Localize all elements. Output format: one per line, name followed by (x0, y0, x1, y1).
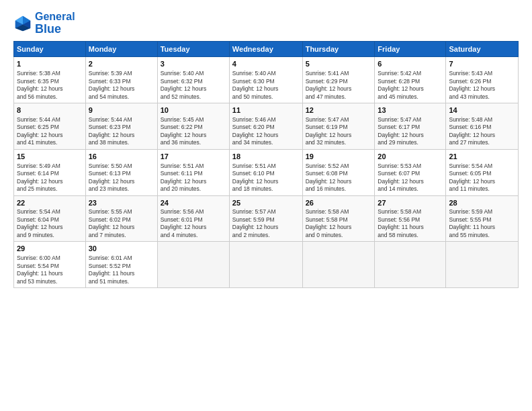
day-number: 18 (232, 152, 300, 162)
logo: GeneralBlue (13, 11, 75, 36)
day-number: 3 (161, 59, 226, 69)
day-detail: Sunrise: 5:38 AM Sunset: 6:35 PM Dayligh… (17, 70, 83, 101)
calendar-cell: 21Sunrise: 5:54 AM Sunset: 6:05 PM Dayli… (446, 149, 519, 195)
calendar-cell: 30Sunrise: 6:01 AM Sunset: 5:52 PM Dayli… (85, 242, 157, 288)
week-row-5: 29Sunrise: 6:00 AM Sunset: 5:54 PM Dayli… (14, 242, 519, 288)
calendar-cell: 11Sunrise: 5:46 AM Sunset: 6:20 PM Dayli… (229, 103, 302, 150)
day-number: 27 (378, 198, 443, 208)
day-number: 25 (232, 198, 300, 208)
day-number: 1 (17, 59, 83, 69)
calendar-table: SundayMondayTuesdayWednesdayThursdayFrid… (13, 41, 519, 288)
day-number: 13 (378, 105, 443, 116)
calendar-cell: 9Sunrise: 5:44 AM Sunset: 6:23 PM Daylig… (85, 103, 157, 150)
weekday-header-wednesday: Wednesday (229, 42, 302, 57)
day-detail: Sunrise: 5:58 AM Sunset: 5:56 PM Dayligh… (378, 208, 443, 239)
week-row-3: 15Sunrise: 5:49 AM Sunset: 6:14 PM Dayli… (14, 149, 519, 195)
day-detail: Sunrise: 5:40 AM Sunset: 6:32 PM Dayligh… (161, 70, 226, 101)
calendar-cell: 24Sunrise: 5:56 AM Sunset: 6:01 PM Dayli… (157, 195, 229, 242)
calendar-cell (302, 242, 375, 288)
day-detail: Sunrise: 5:47 AM Sunset: 6:17 PM Dayligh… (378, 116, 443, 147)
weekday-header-thursday: Thursday (302, 42, 375, 57)
day-number: 15 (17, 152, 83, 162)
week-row-4: 22Sunrise: 5:54 AM Sunset: 6:04 PM Dayli… (14, 195, 519, 242)
day-number: 20 (378, 152, 443, 162)
day-number: 26 (306, 198, 372, 208)
day-detail: Sunrise: 5:51 AM Sunset: 6:10 PM Dayligh… (232, 163, 300, 193)
day-detail: Sunrise: 5:54 AM Sunset: 6:05 PM Dayligh… (449, 163, 515, 193)
day-number: 12 (306, 105, 372, 116)
calendar-cell: 18Sunrise: 5:51 AM Sunset: 6:10 PM Dayli… (229, 149, 302, 195)
day-number: 29 (17, 244, 83, 254)
week-row-2: 8Sunrise: 5:44 AM Sunset: 6:25 PM Daylig… (14, 103, 519, 150)
calendar-cell: 22Sunrise: 5:54 AM Sunset: 6:04 PM Dayli… (14, 195, 86, 242)
day-detail: Sunrise: 5:40 AM Sunset: 6:30 PM Dayligh… (232, 70, 300, 101)
calendar-cell: 13Sunrise: 5:47 AM Sunset: 6:17 PM Dayli… (375, 103, 446, 150)
calendar-cell: 12Sunrise: 5:47 AM Sunset: 6:19 PM Dayli… (302, 103, 375, 150)
calendar-cell: 20Sunrise: 5:53 AM Sunset: 6:07 PM Dayli… (375, 149, 446, 195)
day-detail: Sunrise: 5:41 AM Sunset: 6:29 PM Dayligh… (306, 70, 372, 101)
calendar-cell: 1Sunrise: 5:38 AM Sunset: 6:35 PM Daylig… (14, 57, 86, 103)
calendar-cell: 4Sunrise: 5:40 AM Sunset: 6:30 PM Daylig… (229, 57, 302, 103)
day-detail: Sunrise: 5:42 AM Sunset: 6:28 PM Dayligh… (378, 70, 443, 101)
day-detail: Sunrise: 5:49 AM Sunset: 6:14 PM Dayligh… (17, 163, 83, 193)
calendar-cell: 29Sunrise: 6:00 AM Sunset: 5:54 PM Dayli… (14, 242, 86, 288)
day-detail: Sunrise: 5:43 AM Sunset: 6:26 PM Dayligh… (449, 70, 515, 101)
calendar-cell: 28Sunrise: 5:59 AM Sunset: 5:55 PM Dayli… (446, 195, 519, 242)
day-number: 9 (89, 105, 154, 116)
calendar-cell: 7Sunrise: 5:43 AM Sunset: 6:26 PM Daylig… (446, 57, 519, 103)
weekday-header-monday: Monday (85, 42, 157, 57)
calendar-cell (157, 242, 229, 288)
day-detail: Sunrise: 5:56 AM Sunset: 6:01 PM Dayligh… (161, 208, 226, 239)
weekday-header-friday: Friday (375, 42, 446, 57)
calendar-cell: 2Sunrise: 5:39 AM Sunset: 6:33 PM Daylig… (85, 57, 157, 103)
weekday-header-saturday: Saturday (446, 42, 519, 57)
day-number: 17 (161, 152, 226, 162)
day-detail: Sunrise: 5:45 AM Sunset: 6:22 PM Dayligh… (161, 116, 226, 147)
day-detail: Sunrise: 5:51 AM Sunset: 6:11 PM Dayligh… (161, 163, 226, 193)
logo-text: GeneralBlue (35, 11, 75, 36)
calendar-cell: 5Sunrise: 5:41 AM Sunset: 6:29 PM Daylig… (302, 57, 375, 103)
day-number: 21 (449, 152, 515, 162)
day-detail: Sunrise: 5:52 AM Sunset: 6:08 PM Dayligh… (306, 163, 372, 193)
day-number: 24 (161, 198, 226, 208)
calendar-cell (229, 242, 302, 288)
day-detail: Sunrise: 5:47 AM Sunset: 6:19 PM Dayligh… (306, 116, 372, 147)
calendar-cell: 19Sunrise: 5:52 AM Sunset: 6:08 PM Dayli… (302, 149, 375, 195)
weekday-header-sunday: Sunday (14, 42, 86, 57)
day-number: 23 (89, 198, 154, 208)
day-number: 7 (449, 59, 515, 69)
day-detail: Sunrise: 5:53 AM Sunset: 6:07 PM Dayligh… (378, 163, 443, 193)
calendar-cell (446, 242, 519, 288)
calendar-cell: 14Sunrise: 5:48 AM Sunset: 6:16 PM Dayli… (446, 103, 519, 150)
calendar-cell: 10Sunrise: 5:45 AM Sunset: 6:22 PM Dayli… (157, 103, 229, 150)
calendar-cell: 16Sunrise: 5:50 AM Sunset: 6:13 PM Dayli… (85, 149, 157, 195)
calendar-cell: 25Sunrise: 5:57 AM Sunset: 5:59 PM Dayli… (229, 195, 302, 242)
day-detail: Sunrise: 5:48 AM Sunset: 6:16 PM Dayligh… (449, 116, 515, 147)
day-number: 10 (161, 105, 226, 116)
day-detail: Sunrise: 6:00 AM Sunset: 5:54 PM Dayligh… (17, 255, 83, 285)
page: GeneralBlue SundayMondayTuesdayWednesday… (0, 0, 532, 411)
weekday-header-tuesday: Tuesday (157, 42, 229, 57)
calendar-cell: 23Sunrise: 5:55 AM Sunset: 6:02 PM Dayli… (85, 195, 157, 242)
day-number: 14 (449, 105, 515, 116)
calendar-cell: 15Sunrise: 5:49 AM Sunset: 6:14 PM Dayli… (14, 149, 86, 195)
calendar-cell: 6Sunrise: 5:42 AM Sunset: 6:28 PM Daylig… (375, 57, 446, 103)
day-number: 28 (449, 198, 515, 208)
day-number: 5 (306, 59, 372, 69)
day-number: 22 (17, 198, 83, 208)
day-number: 30 (89, 244, 154, 254)
day-detail: Sunrise: 5:58 AM Sunset: 5:58 PM Dayligh… (306, 208, 372, 239)
weekday-header-row: SundayMondayTuesdayWednesdayThursdayFrid… (14, 42, 519, 57)
day-detail: Sunrise: 5:44 AM Sunset: 6:23 PM Dayligh… (89, 116, 154, 147)
day-detail: Sunrise: 5:50 AM Sunset: 6:13 PM Dayligh… (89, 163, 154, 193)
day-detail: Sunrise: 6:01 AM Sunset: 5:52 PM Dayligh… (89, 255, 154, 285)
day-detail: Sunrise: 5:57 AM Sunset: 5:59 PM Dayligh… (232, 208, 300, 239)
calendar-cell (375, 242, 446, 288)
day-number: 2 (89, 59, 154, 69)
day-number: 6 (378, 59, 443, 69)
day-number: 8 (17, 105, 83, 116)
logo-icon (13, 14, 32, 33)
calendar-cell: 8Sunrise: 5:44 AM Sunset: 6:25 PM Daylig… (14, 103, 86, 150)
calendar-cell: 17Sunrise: 5:51 AM Sunset: 6:11 PM Dayli… (157, 149, 229, 195)
day-number: 19 (306, 152, 372, 162)
